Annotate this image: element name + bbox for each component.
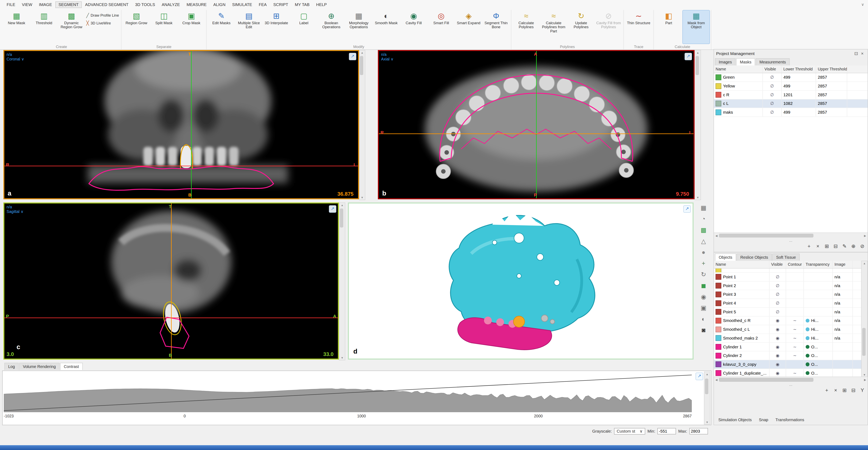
visible-toggle[interactable]: ∅ <box>763 108 782 116</box>
mask-overlay-icon[interactable]: ▩ <box>699 226 708 234</box>
tab-snap[interactable]: Snap <box>755 416 772 423</box>
annotation-icon[interactable]: △ <box>699 237 708 246</box>
object-row-item[interactable] <box>714 269 868 273</box>
tab-masks[interactable]: Masks <box>736 58 755 65</box>
cavity-fill-from-polylines-button[interactable]: ⊘Cavity Fill from Polylines <box>595 10 622 44</box>
edit-masks-button[interactable]: ✎Edit Masks <box>208 10 235 44</box>
panel-splitter[interactable]: ... <box>714 239 868 243</box>
object-row-smoothed-c-l[interactable]: Smoothed_c L◉∼Hi...n/a <box>714 325 868 334</box>
objects-hscrollbar[interactable]: ◀ ▶ <box>714 376 868 383</box>
tab-log[interactable]: Log <box>4 363 19 370</box>
ribbon-collapse-icon[interactable]: ∨ <box>861 2 864 7</box>
menu-help[interactable]: HELP <box>313 1 330 8</box>
menu-file[interactable]: FILE <box>3 1 19 8</box>
menu-analyze[interactable]: ANALYZE <box>158 1 183 8</box>
visible-toggle[interactable]: ◉ <box>770 351 786 360</box>
expand-viewport-button[interactable]: ↗ <box>329 205 336 213</box>
object-row-point-1[interactable]: Point 1∅n/a <box>714 273 868 282</box>
add-mask-button[interactable]: + <box>806 243 812 249</box>
expand-histogram-button[interactable]: ↗ <box>695 372 703 380</box>
thin-structure-button[interactable]: ∼Thin Structure <box>625 10 652 44</box>
contour-toggle[interactable]: ∼ <box>786 325 804 334</box>
contour-toggle[interactable] <box>786 299 804 307</box>
visible-toggle[interactable]: ∅ <box>770 308 786 316</box>
masks-col-visible[interactable]: Visible <box>763 65 782 73</box>
visibility-icon[interactable]: ◉ <box>699 293 708 301</box>
menu-script[interactable]: SCRIPT <box>270 1 291 8</box>
max-input[interactable] <box>689 428 708 434</box>
grayscale-histogram[interactable] <box>4 372 692 412</box>
contour-toggle[interactable] <box>786 290 804 299</box>
transparency-setting[interactable]: O... <box>804 351 833 360</box>
mask-row-green[interactable]: Green∅4992857 <box>714 73 868 82</box>
duplicate-mask-button[interactable]: ⊟ <box>833 243 839 249</box>
panel-splitter[interactable]: ... <box>714 383 868 387</box>
menu-align[interactable]: ALIGN <box>210 1 229 8</box>
multiple-slice-edit-button[interactable]: ▤Multiple Slice Edit <box>235 10 262 44</box>
menu-advanced-segment[interactable]: ADVANCED SEGMENT <box>82 1 132 8</box>
objects-col-contour[interactable]: Contour <box>786 261 804 268</box>
visible-toggle[interactable]: ∅ <box>763 91 782 99</box>
delete-object-button[interactable]: × <box>833 387 839 393</box>
scroll-thumb[interactable] <box>360 56 363 75</box>
visible-toggle[interactable]: ◉ <box>770 334 786 342</box>
object-row-cylinder-1-duplicate[interactable]: Cylinder 1_duplicate_...◉∼O... <box>714 369 868 376</box>
menu-segment[interactable]: SEGMENT <box>55 1 82 8</box>
grayscale-mode-select[interactable]: Custom st ∨ <box>614 428 645 435</box>
menu-my-tab[interactable]: MY TAB <box>291 1 313 8</box>
scroll-left-icon[interactable]: ◀ <box>714 234 719 237</box>
scroll-down-icon[interactable]: ▼ <box>360 196 365 199</box>
scroll-up-icon[interactable]: ▲ <box>695 51 701 54</box>
viewport-3d[interactable]: d ↗ <box>348 202 693 359</box>
smart-fill-button[interactable]: ◎Smart Fill <box>427 10 455 44</box>
object-properties-button[interactable]: ⊞ <box>841 387 848 393</box>
mask-row-c-l[interactable]: c L∅10822857 <box>714 100 868 108</box>
update-polylines-button[interactable]: ↻Update Polylines <box>567 10 595 44</box>
tab-soft-tissue[interactable]: Soft Tissue <box>772 254 800 261</box>
calculate-polylines-button[interactable]: ≈Calculate Polylines <box>513 10 540 44</box>
scroll-thumb[interactable] <box>862 328 866 356</box>
scroll-up-icon[interactable]: ▲ <box>339 203 345 207</box>
scroll-thumb[interactable] <box>705 378 708 394</box>
expand-viewport-button[interactable]: ↗ <box>349 53 356 60</box>
split-mask-button[interactable]: ◫Split Mask <box>150 10 178 44</box>
histogram-scrollbar[interactable]: ▲ ▼ <box>704 371 710 425</box>
viewport-b-scrollbar[interactable]: ▲ ▼ <box>694 50 701 200</box>
float-panel-icon[interactable]: ⊡ <box>853 51 860 56</box>
draw-profile-line-button[interactable]: ╱Draw Profile Line <box>86 13 119 18</box>
objects-col-image[interactable]: Image <box>833 261 853 268</box>
duplicate-object-button[interactable]: ⊟ <box>850 387 857 393</box>
object-row-k-lavuz-3-0-copy[interactable]: kılavuz_3_0_copy◉O... <box>714 360 868 369</box>
contour-toggle[interactable]: ∼ <box>786 369 804 376</box>
visible-toggle[interactable]: ◉ <box>770 325 786 334</box>
contour-toggle[interactable] <box>786 308 804 316</box>
transparency-setting[interactable] <box>804 269 833 272</box>
segment-thin-bone-button[interactable]: ΦSegment Thin Bone <box>483 10 510 44</box>
object-row-point-2[interactable]: Point 2∅n/a <box>714 282 868 290</box>
view-selector[interactable]: Sagittal ∨ <box>7 209 24 214</box>
cavity-fill-button[interactable]: ◉Cavity Fill <box>400 10 427 44</box>
object-row-point-4[interactable]: Point 4∅n/a <box>714 299 868 308</box>
screenshot-icon[interactable]: ◙ <box>699 326 708 334</box>
contour-toggle[interactable] <box>786 282 804 290</box>
scroll-down-icon[interactable]: ▼ <box>704 421 710 424</box>
visible-toggle[interactable]: ∅ <box>770 273 786 281</box>
menu-measure[interactable]: MEASURE <box>183 1 210 8</box>
visible-toggle[interactable]: ∅ <box>763 82 782 90</box>
scroll-up-icon[interactable]: ▲ <box>360 51 365 54</box>
tab-objects[interactable]: Objects <box>715 254 736 261</box>
objects-col-name[interactable]: Name <box>714 261 770 268</box>
visible-toggle[interactable]: ◉ <box>770 369 786 376</box>
viewport-c-scrollbar[interactable]: ▲ ▼ <box>339 202 345 360</box>
scroll-thumb[interactable] <box>340 208 343 227</box>
tab-measurements[interactable]: Measurements <box>756 58 790 65</box>
contour-toggle[interactable] <box>786 269 804 272</box>
transparency-setting[interactable] <box>804 299 833 307</box>
visible-toggle[interactable]: ◉ <box>770 316 786 325</box>
sphere-tool-icon[interactable]: ● <box>699 248 708 256</box>
scroll-down-icon[interactable]: ▼ <box>695 196 701 199</box>
transparency-setting[interactable]: Hi... <box>804 325 833 334</box>
zoom-view-icon[interactable]: ◔ <box>699 215 708 223</box>
expand-viewport-button[interactable]: ↗ <box>683 205 691 213</box>
view-selector[interactable]: Coronal ∨ <box>7 57 24 62</box>
